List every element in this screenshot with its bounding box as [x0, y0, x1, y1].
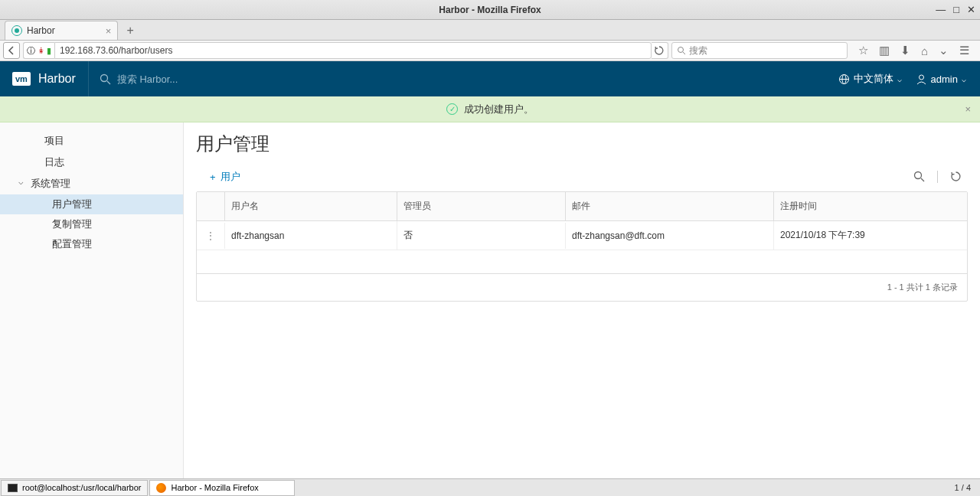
action-bar: + 用户: [196, 170, 968, 184]
tab-title: Harbor: [27, 25, 55, 36]
add-user-button[interactable]: + 用户: [196, 170, 240, 184]
users-table: 用户名 管理员 邮件 注册时间 ⋮ dft-zhangsan 否 dft-zha…: [196, 191, 968, 302]
sidebar-group-system[interactable]: 系统管理: [0, 173, 183, 194]
cell-username: dft-zhangsan: [224, 223, 397, 249]
svg-line-3: [107, 81, 110, 84]
alert-close-icon[interactable]: ×: [965, 103, 971, 115]
window-controls: — □ ✕: [936, 5, 975, 15]
menu-icon[interactable]: ☰: [959, 44, 969, 57]
refresh-icon[interactable]: [950, 171, 962, 183]
sidebar-item-users[interactable]: 用户管理: [0, 194, 183, 214]
table-header: 用户名 管理员 邮件 注册时间: [197, 192, 967, 221]
home-icon[interactable]: ⌂: [921, 44, 928, 57]
window-titlebar: Harbor - Mozilla Firefox — □ ✕: [0, 0, 980, 20]
harbor-header: vm Harbor 中文简体 ⌵ admin ⌵: [0, 61, 980, 96]
new-tab-button[interactable]: +: [121, 21, 139, 40]
svg-point-0: [678, 47, 683, 53]
url-toolbar: ⓘ 🛊 ▮ 192.168.73.60/harbor/users 搜索 ☆ ▥ …: [0, 41, 980, 61]
harbor-search: [89, 73, 825, 85]
cell-email: dft-zhangsan@dft.com: [565, 223, 773, 249]
table-action-icons: [913, 171, 968, 183]
close-window-icon[interactable]: ✕: [967, 5, 975, 15]
pocket-icon[interactable]: ⌄: [939, 44, 949, 57]
search-icon: [100, 73, 111, 85]
browser-tab-strip: Harbor × +: [0, 20, 980, 41]
user-menu[interactable]: admin ⌵: [916, 73, 966, 85]
url-text: 192.168.73.60/harbor/users: [60, 45, 172, 56]
header-email[interactable]: 邮件: [565, 192, 773, 220]
cell-admin: 否: [397, 221, 565, 250]
row-actions-button[interactable]: ⋮: [197, 223, 224, 249]
terminal-icon: [8, 484, 18, 492]
main-panel: 用户管理 + 用户 用户名 管理员 邮件: [184, 122, 980, 478]
sidebar-item-logs[interactable]: 日志: [0, 152, 183, 173]
reload-button[interactable]: [652, 42, 668, 59]
chevron-down-icon: ⌵: [897, 75, 902, 83]
vmware-badge-icon: vm: [12, 72, 31, 86]
alert-message: 成功创建用户。: [464, 103, 534, 116]
svg-point-8: [915, 172, 922, 179]
plus-icon: +: [210, 171, 216, 183]
language-label: 中文简体: [854, 72, 893, 86]
search-icon[interactable]: [913, 171, 925, 183]
back-button[interactable]: [3, 42, 20, 59]
svg-point-7: [919, 75, 923, 80]
content-area: 项目 日志 系统管理 用户管理 复制管理 配置管理 用户管理 + 用户: [0, 122, 980, 478]
browser-toolbar-icons: ☆ ▥ ⬇ ⌂ ⌄ ☰: [851, 44, 977, 57]
header-actions: [197, 192, 224, 220]
cell-created: 2021/10/18 下午7:39: [773, 221, 967, 250]
globe-icon: [838, 73, 850, 85]
add-user-label: 用户: [220, 170, 240, 184]
header-created[interactable]: 注册时间: [773, 192, 967, 220]
os-taskbar: root@localhost:/usr/local/harbor Harbor …: [0, 478, 980, 496]
header-username[interactable]: 用户名: [224, 192, 397, 220]
harbor-favicon-icon: [11, 25, 22, 36]
header-admin[interactable]: 管理员: [397, 192, 565, 220]
search-icon: [677, 46, 686, 55]
table-row[interactable]: ⋮ dft-zhangsan 否 dft-zhangsan@dft.com 20…: [197, 221, 967, 250]
sidebar-item-replication[interactable]: 复制管理: [0, 214, 183, 234]
taskbar-firefox-label: Harbor - Mozilla Firefox: [171, 483, 258, 492]
taskbar-terminal-label: root@localhost:/usr/local/harbor: [22, 483, 141, 492]
harbor-logo[interactable]: vm Harbor: [0, 61, 89, 96]
browser-search-box[interactable]: 搜索: [671, 42, 848, 59]
maximize-icon[interactable]: □: [953, 5, 959, 15]
downloads-icon[interactable]: ⬇: [900, 44, 910, 57]
svg-point-2: [100, 74, 107, 81]
divider: [937, 171, 938, 183]
sidebar-item-config[interactable]: 配置管理: [0, 234, 183, 254]
window-title: Harbor - Mozilla Firefox: [439, 5, 541, 15]
search-placeholder: 搜索: [689, 44, 707, 57]
url-bar[interactable]: 192.168.73.60/harbor/users: [54, 42, 652, 59]
sidebar: 项目 日志 系统管理 用户管理 复制管理 配置管理: [0, 122, 184, 478]
table-footer: 1 - 1 共计 1 条记录: [197, 273, 967, 301]
workspace-indicator[interactable]: 1 / 4: [946, 483, 980, 492]
bookmark-star-icon[interactable]: ☆: [858, 44, 868, 57]
svg-line-9: [921, 178, 924, 181]
harbor-header-right: 中文简体 ⌵ admin ⌵: [825, 72, 980, 86]
firefox-icon: [156, 483, 166, 493]
taskbar-firefox[interactable]: Harbor - Mozilla Firefox: [149, 480, 295, 496]
harbor-search-input[interactable]: [117, 73, 270, 85]
success-alert: ✓ 成功创建用户。 ×: [0, 96, 980, 122]
page-title: 用户管理: [196, 132, 968, 156]
svg-line-1: [683, 52, 685, 54]
taskbar-terminal[interactable]: root@localhost:/usr/local/harbor: [1, 480, 148, 496]
language-selector[interactable]: 中文简体 ⌵: [838, 72, 902, 86]
sidebar-item-projects[interactable]: 项目: [0, 130, 183, 152]
url-security-indicator[interactable]: ⓘ 🛊 ▮: [23, 42, 54, 59]
check-circle-icon: ✓: [446, 103, 458, 115]
reload-icon: [655, 46, 664, 55]
user-label: admin: [931, 73, 958, 85]
library-icon[interactable]: ▥: [879, 44, 890, 57]
minimize-icon[interactable]: —: [936, 5, 946, 15]
browser-tab[interactable]: Harbor ×: [5, 21, 118, 40]
harbor-brand: Harbor: [38, 72, 76, 86]
close-tab-icon[interactable]: ×: [106, 25, 112, 37]
back-arrow-icon: [7, 46, 16, 55]
user-icon: [916, 73, 927, 85]
chevron-down-icon: ⌵: [962, 75, 966, 83]
